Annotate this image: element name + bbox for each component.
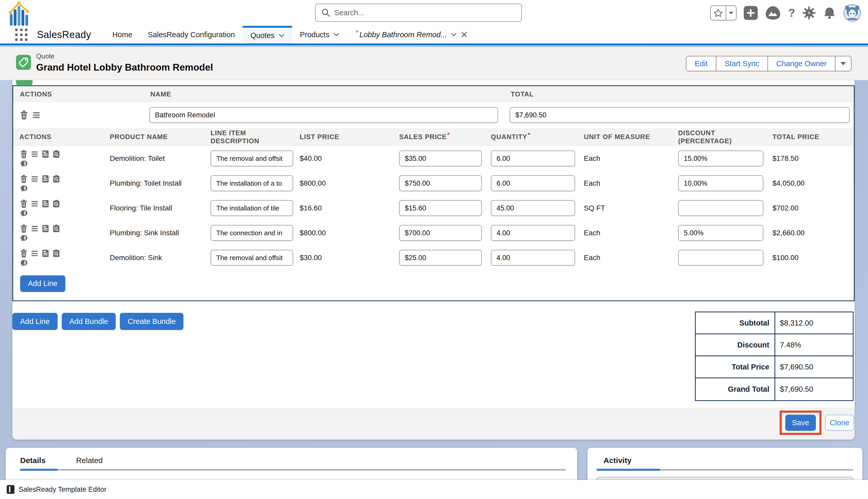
line-comment-icon[interactable] <box>21 259 28 266</box>
summary-value: 7.48% <box>775 334 853 355</box>
column-name: NAME <box>143 90 504 98</box>
line-lookup-icon[interactable] <box>53 250 60 257</box>
nav-tab-home[interactable]: Home <box>112 31 132 39</box>
line-lookup-icon[interactable] <box>53 225 60 232</box>
utility-bar-item[interactable]: SalesReady Template Editor <box>0 480 868 499</box>
quantity-input[interactable] <box>491 200 575 216</box>
close-tab-icon[interactable] <box>461 31 468 38</box>
section-name-input[interactable] <box>149 107 498 123</box>
delete-line-icon[interactable] <box>21 150 27 158</box>
line-actions <box>13 175 104 192</box>
scrolled-quote-icon-sliver <box>16 80 33 86</box>
discount-input[interactable] <box>678 250 763 266</box>
line-comment-icon[interactable] <box>21 210 28 217</box>
line-description-input[interactable] <box>211 225 293 241</box>
navigation-bar: SalesReady Home SalesReady Configuration… <box>0 26 868 45</box>
tab-underline <box>597 470 853 470</box>
save-highlight-annotation: Save <box>780 411 821 435</box>
save-button[interactable]: Save <box>785 415 816 431</box>
user-avatar[interactable] <box>843 4 861 22</box>
delete-line-icon[interactable] <box>21 224 27 233</box>
quantity-input[interactable] <box>491 250 575 266</box>
search-icon <box>322 8 330 17</box>
line-menu-icon[interactable] <box>31 151 38 157</box>
line-comment-icon[interactable] <box>21 185 28 192</box>
line-notes-icon[interactable] <box>42 225 49 232</box>
help-icon[interactable]: ? <box>788 7 795 19</box>
sales-price-input[interactable] <box>399 150 482 167</box>
quantity-input[interactable] <box>491 225 575 241</box>
line-comment-icon[interactable] <box>21 160 28 167</box>
nav-tab-quote-record[interactable]: *Lobby Bathroom Remod... <box>356 31 468 39</box>
add-line-button[interactable]: Add Line <box>20 275 65 292</box>
start-sync-button[interactable]: Start Sync <box>716 56 768 71</box>
edit-button[interactable]: Edit <box>687 56 716 71</box>
line-menu-icon[interactable] <box>31 176 38 182</box>
add-bundle-button[interactable]: Add Bundle <box>62 313 116 330</box>
nav-tab-salesready-configuration[interactable]: SalesReady Configuration <box>148 31 235 39</box>
clone-button[interactable]: Clone <box>825 415 854 431</box>
app-launcher-icon[interactable] <box>15 28 28 41</box>
line-notes-icon[interactable] <box>42 200 49 208</box>
line-lookup-icon[interactable] <box>53 175 60 183</box>
line-lookup-icon[interactable] <box>53 200 60 208</box>
delete-line-icon[interactable] <box>21 199 27 208</box>
app-root: ? <box>0 0 868 499</box>
line-menu-icon[interactable] <box>31 250 38 256</box>
line-notes-icon[interactable] <box>42 150 49 158</box>
favorites-split-button[interactable] <box>710 5 737 21</box>
setup-gear-icon[interactable] <box>802 6 816 20</box>
nav-tab-quotes[interactable]: Quotes <box>242 26 292 44</box>
quick-create-icon[interactable] <box>744 6 758 20</box>
line-notes-icon[interactable] <box>42 175 49 183</box>
delete-section-icon[interactable] <box>21 111 28 120</box>
line-comment-icon[interactable] <box>21 235 28 242</box>
line-notes-icon[interactable] <box>42 250 49 257</box>
change-owner-button[interactable]: Change Owner <box>768 56 835 71</box>
sales-price-input[interactable] <box>399 250 482 266</box>
notifications-bell-icon[interactable] <box>823 7 836 20</box>
section-total-input[interactable] <box>510 107 850 123</box>
sales-price-input[interactable] <box>399 200 482 216</box>
column-product-name: PRODUCT NAME <box>104 133 204 141</box>
quantity-input[interactable] <box>491 150 575 167</box>
line-menu-icon[interactable] <box>31 226 38 232</box>
delete-line-icon[interactable] <box>21 249 27 257</box>
list-price-value: $16.60 <box>293 204 393 212</box>
line-actions <box>13 199 104 217</box>
create-bundle-button[interactable]: Create Bundle <box>120 313 183 330</box>
summary-row: Discount 7.48% <box>696 334 853 356</box>
discount-input[interactable] <box>678 150 763 167</box>
sales-price-input[interactable] <box>399 225 482 241</box>
tab-related[interactable]: Related <box>76 456 103 465</box>
line-item-row: Demolition: Toilet $40.00 Each $178.50 <box>13 146 854 171</box>
column-list-price: LIST PRICE <box>293 133 393 141</box>
search-input[interactable] <box>334 9 516 17</box>
line-item-row: Demolition: Sink $30.00 Each $100.00 <box>13 245 854 270</box>
line-description-input[interactable] <box>211 200 293 216</box>
line-lookup-icon[interactable] <box>53 150 60 158</box>
tab-details[interactable]: Details <box>20 456 46 465</box>
discount-input[interactable] <box>678 225 763 241</box>
product-name: Demolition: Sink <box>104 254 204 262</box>
discount-input[interactable] <box>678 175 763 191</box>
quote-object-icon <box>16 55 31 70</box>
trailhead-guidance-icon[interactable] <box>765 5 781 21</box>
line-menu-icon[interactable] <box>31 200 38 207</box>
add-line-button[interactable]: Add Line <box>12 313 58 330</box>
sales-price-input[interactable] <box>399 175 482 191</box>
nav-tab-products[interactable]: Products <box>300 31 339 39</box>
line-actions <box>13 150 104 167</box>
favorite-star-icon[interactable] <box>711 6 726 20</box>
quantity-input[interactable] <box>491 175 575 191</box>
more-actions-caret[interactable] <box>835 56 851 71</box>
discount-input[interactable] <box>678 200 763 216</box>
favorites-caret-icon[interactable] <box>726 6 736 20</box>
global-search[interactable] <box>315 4 522 22</box>
section-menu-icon[interactable] <box>33 112 40 119</box>
line-description-input[interactable] <box>211 175 293 191</box>
delete-line-icon[interactable] <box>21 175 27 183</box>
line-description-input[interactable] <box>211 150 293 167</box>
summary-value: $7,690.50 <box>775 378 853 400</box>
line-description-input[interactable] <box>211 250 293 266</box>
